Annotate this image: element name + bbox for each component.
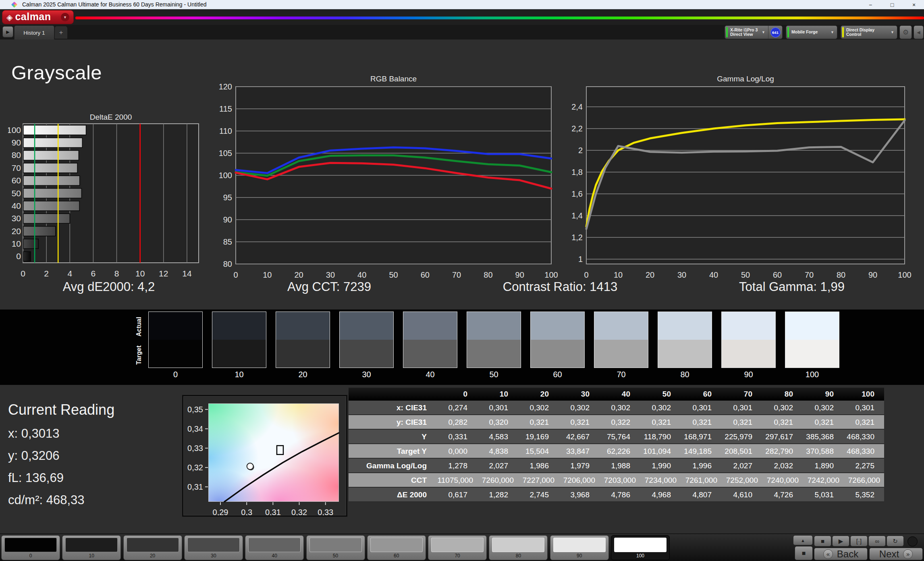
table-cell: 1,996 — [681, 459, 721, 473]
target-swatch — [531, 340, 584, 368]
pattern-patch-button-10[interactable]: 10 — [62, 535, 121, 560]
svg-text:DeltaE 2000: DeltaE 2000 — [90, 114, 132, 121]
svg-text:20: 20 — [646, 270, 654, 279]
pattern-patch-button-20[interactable]: 20 — [123, 535, 182, 560]
pattern-patch-button-0[interactable]: 0 — [1, 535, 60, 560]
table-cell: 0,274 — [436, 401, 477, 415]
table-cell: 0,617 — [436, 488, 477, 502]
table-cell: 5,031 — [803, 488, 843, 502]
svg-text:Gamma Log/Log: Gamma Log/Log — [717, 75, 774, 83]
table-cell: 1,979 — [559, 459, 599, 473]
table-corner-cell — [349, 388, 436, 401]
meter-selector[interactable]: X-Rite i1Pro 3 Direct View ▼ 641 — [725, 25, 783, 39]
refresh-button[interactable]: ↻ — [887, 536, 904, 546]
calman-menu-button[interactable]: ◈ calman ▼ — [2, 10, 74, 24]
svg-text:0,33: 0,33 — [318, 508, 333, 515]
table-column-header: 90 — [803, 388, 843, 401]
table-column-header: 80 — [762, 388, 803, 401]
table-row-label: y: CIE31 — [349, 415, 436, 430]
display-control-selector[interactable]: Direct Display Control ▼ — [841, 25, 897, 39]
actual-swatch — [785, 312, 839, 340]
svg-text:90: 90 — [12, 138, 21, 147]
patch-label: 50 — [307, 553, 365, 559]
pattern-patch-button-40[interactable]: 40 — [245, 535, 304, 560]
rgb-balance-chart: RGB Balance80859095100105110115120010203… — [210, 75, 564, 281]
svg-text:0: 0 — [16, 251, 21, 261]
table-cell: 0,322 — [599, 415, 640, 430]
actual-swatch — [403, 312, 457, 340]
table-cell: 0,321 — [721, 415, 762, 430]
grayscale-swatch-80 — [658, 312, 712, 368]
table-cell: 62,226 — [599, 444, 640, 459]
table-cell: 2,745 — [518, 488, 559, 502]
pattern-patch-button-50[interactable]: 50 — [306, 535, 365, 560]
pattern-window-button[interactable]: ■ — [795, 546, 813, 560]
svg-text:1,6: 1,6 — [571, 189, 583, 198]
table-cell: 0,321 — [762, 415, 803, 430]
calman-app-icon — [11, 1, 18, 8]
close-button[interactable]: × — [909, 2, 919, 8]
table-cell: 118,790 — [640, 430, 681, 444]
next-button[interactable]: Next » — [869, 548, 923, 560]
table-column-header: 0 — [436, 388, 477, 401]
patch-label: 10 — [62, 553, 120, 559]
table-cell: 1,988 — [599, 459, 640, 473]
table-cell: 19,169 — [518, 430, 559, 444]
minimize-button[interactable]: − — [865, 2, 876, 8]
svg-text:14: 14 — [182, 269, 192, 278]
stop-button[interactable]: ■ — [814, 536, 831, 546]
svg-text:80: 80 — [837, 270, 845, 279]
svg-text:60: 60 — [12, 176, 21, 185]
pattern-patch-button-30[interactable]: 30 — [184, 535, 243, 560]
maximize-button[interactable]: □ — [887, 2, 897, 8]
grayscale-swatch-100 — [785, 312, 839, 368]
table-cell: 15,504 — [518, 444, 559, 459]
patch-label: 0 — [2, 553, 60, 559]
patch-label: 70 — [428, 553, 486, 559]
patch-swatch — [370, 538, 423, 552]
history-panel-toggle-button[interactable]: ▶ — [2, 26, 13, 37]
table-cell: 282,790 — [762, 444, 803, 459]
pattern-patch-button-90[interactable]: 90 — [550, 535, 609, 560]
swatch-level-label: 80 — [658, 370, 712, 379]
table-cell: 0,302 — [559, 401, 599, 415]
pattern-patch-button-100[interactable]: 100 — [611, 535, 670, 560]
source-selector[interactable]: Mobile Forge ▼ — [786, 25, 837, 39]
actual-swatch — [212, 312, 266, 340]
play-icon: ▶ — [839, 538, 843, 545]
svg-text:0,35: 0,35 — [187, 405, 203, 414]
table-row-label: Target Y — [349, 444, 436, 459]
back-button[interactable]: « Back — [814, 548, 868, 560]
target-swatch — [467, 340, 521, 368]
svg-text:0,3: 0,3 — [241, 508, 252, 515]
meter-status-indicator — [726, 27, 728, 37]
svg-text:12: 12 — [159, 269, 168, 278]
stat-contrast-ratio: Contrast Ratio: 1413 — [503, 280, 617, 294]
patch-label: 60 — [368, 553, 426, 559]
pattern-patch-button-60[interactable]: 60 — [367, 535, 426, 560]
collapse-panel-button[interactable]: ◀ — [914, 25, 924, 39]
tab-history-1[interactable]: History 1 — [14, 25, 54, 39]
page-title: Grayscale — [11, 61, 102, 84]
table-cell: 468,330 — [843, 444, 884, 459]
pattern-patch-button-70[interactable]: 70 — [428, 535, 487, 560]
step-button[interactable]: [·] — [850, 536, 868, 546]
table-cell: 0,302 — [518, 401, 559, 415]
stat-avg-de2000: Avg dE2000: 4,2 — [63, 280, 155, 294]
play-button[interactable]: ▶ — [832, 536, 849, 546]
table-cell: 4,786 — [599, 488, 640, 502]
loop-button[interactable]: ∞ — [868, 536, 886, 546]
app-header-bar: ◈ calman ▼ — [0, 9, 924, 25]
grayscale-swatch-30 — [339, 312, 394, 368]
table-cell: 3,968 — [559, 488, 599, 502]
svg-text:10: 10 — [12, 239, 21, 248]
add-tab-button[interactable]: + — [55, 26, 67, 39]
table-cell: 0,321 — [681, 415, 721, 430]
settings-button[interactable]: ⚙ — [899, 25, 912, 39]
current-reading-fl: fL: 136,69 — [8, 471, 64, 485]
table-cell: 7252,000 — [721, 473, 762, 488]
pattern-patch-button-80[interactable]: 80 — [489, 535, 548, 560]
table-cell: 4,726 — [762, 488, 803, 502]
table-column-header: 20 — [518, 388, 559, 401]
patch-panel-up-button[interactable]: ▲ — [793, 535, 813, 545]
